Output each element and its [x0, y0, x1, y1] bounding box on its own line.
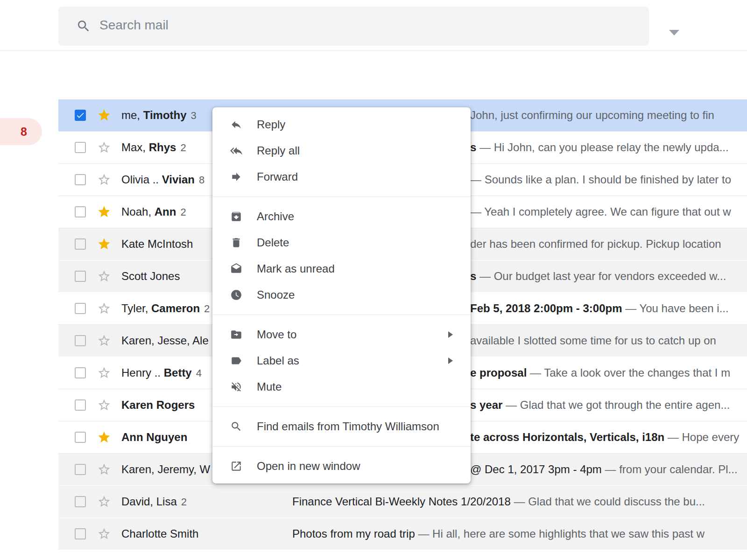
star-icon[interactable] — [97, 301, 111, 315]
search-input[interactable]: Search mail — [99, 18, 169, 33]
star-icon[interactable] — [97, 366, 111, 380]
row-checkbox[interactable] — [75, 206, 86, 217]
menu-item-mark-as-unread[interactable]: Mark as unread — [212, 256, 471, 282]
mute-icon — [230, 381, 242, 393]
row-checkbox[interactable] — [75, 271, 86, 282]
search-bar[interactable]: Search mail — [58, 7, 649, 46]
menu-item-find-emails-from-timothy-williamson[interactable]: Find emails from Timothy Williamson — [212, 413, 471, 440]
star-icon[interactable] — [97, 495, 111, 509]
star-icon[interactable] — [97, 237, 111, 251]
thread-count: 4 — [196, 367, 202, 379]
email-row[interactable]: Charlotte SmithPhotos from my road trip … — [58, 518, 747, 550]
sender-names: Charlotte Smith — [121, 527, 292, 540]
menu-item-snooze[interactable]: Snooze — [212, 282, 471, 308]
menu-item-label: Mark as unread — [257, 262, 335, 275]
thread-count: 8 — [199, 174, 204, 186]
row-checkbox[interactable] — [75, 367, 86, 378]
thread-count: 2 — [181, 496, 187, 508]
email-row[interactable]: David, Lisa2Finance Vertical Bi-Weekly N… — [58, 486, 747, 518]
star-icon[interactable] — [97, 334, 111, 348]
context-menu: ReplyReply allForwardArchiveDeleteMark a… — [212, 107, 471, 483]
header: Search mail — [0, 0, 747, 51]
submenu-arrow-icon — [448, 331, 453, 338]
sender-names: David, Lisa2 — [121, 495, 292, 508]
reply-all-icon — [230, 145, 242, 157]
delete-icon — [230, 237, 242, 249]
star-icon[interactable] — [97, 398, 111, 412]
menu-divider — [212, 406, 471, 407]
row-checkbox[interactable] — [75, 174, 86, 185]
menu-item-label: Delete — [257, 236, 289, 249]
menu-item-label: Open in new window — [257, 460, 360, 473]
email-snippet: Photos from my road trip — Hi all, here … — [292, 518, 747, 550]
email-snippet: Finance Vertical Bi-Weekly Notes 1/20/20… — [292, 486, 747, 518]
search-options-caret-icon[interactable] — [669, 30, 679, 35]
star-icon[interactable] — [97, 173, 111, 187]
menu-item-label-as[interactable]: Label as — [212, 348, 471, 374]
menu-item-label: Find emails from Timothy Williamson — [257, 420, 439, 433]
star-icon[interactable] — [97, 462, 111, 476]
open-new-icon — [230, 460, 242, 472]
drafts-icon — [230, 263, 242, 275]
menu-item-reply-all[interactable]: Reply all — [212, 138, 471, 164]
menu-divider — [212, 446, 471, 447]
menu-item-label: Reply — [257, 118, 285, 131]
star-icon[interactable] — [97, 205, 111, 219]
row-checkbox[interactable] — [75, 335, 86, 346]
row-checkbox[interactable] — [75, 496, 86, 507]
menu-item-move-to[interactable]: Move to — [212, 322, 471, 348]
menu-item-label: Reply all — [257, 144, 300, 157]
submenu-arrow-icon — [448, 357, 453, 364]
row-checkbox[interactable] — [75, 303, 86, 314]
label-icon — [230, 355, 242, 367]
thread-count: 2 — [180, 206, 186, 218]
star-icon[interactable] — [97, 140, 111, 154]
row-checkbox[interactable] — [75, 110, 86, 121]
search-icon — [76, 19, 91, 34]
row-checkbox[interactable] — [75, 464, 86, 475]
star-icon[interactable] — [97, 269, 111, 283]
reply-icon — [230, 119, 242, 131]
menu-item-reply[interactable]: Reply — [212, 112, 471, 138]
menu-item-delete[interactable]: Delete — [212, 230, 471, 256]
star-icon[interactable] — [97, 108, 111, 122]
menu-item-label: Forward — [257, 170, 298, 183]
thread-count: 2 — [204, 303, 210, 315]
thread-count: 2 — [180, 142, 186, 154]
row-checkbox[interactable] — [75, 142, 86, 153]
menu-item-open-in-new-window[interactable]: Open in new window — [212, 453, 471, 479]
menu-item-mute[interactable]: Mute — [212, 374, 471, 400]
search-icon — [230, 420, 242, 433]
star-icon[interactable] — [97, 527, 111, 541]
star-icon[interactable] — [97, 430, 111, 444]
menu-item-archive[interactable]: Archive — [212, 203, 471, 230]
forward-icon — [230, 171, 242, 183]
archive-icon — [230, 210, 242, 223]
menu-item-label: Archive — [257, 210, 294, 223]
menu-item-label: Label as — [257, 354, 299, 367]
menu-item-label: Snooze — [257, 288, 295, 301]
clock-icon — [230, 289, 242, 301]
thread-count: 3 — [191, 110, 197, 121]
row-checkbox[interactable] — [75, 399, 86, 411]
menu-item-label: Move to — [257, 328, 296, 341]
row-checkbox[interactable] — [75, 528, 86, 539]
menu-divider — [212, 196, 471, 197]
menu-divider — [212, 315, 471, 315]
row-checkbox[interactable] — [75, 432, 86, 443]
menu-item-label: Mute — [257, 380, 282, 393]
menu-item-forward[interactable]: Forward — [212, 164, 471, 190]
row-checkbox[interactable] — [75, 238, 86, 250]
folder-move-icon — [230, 329, 242, 341]
toolbar: 1-16 of 16 — [0, 51, 747, 99]
